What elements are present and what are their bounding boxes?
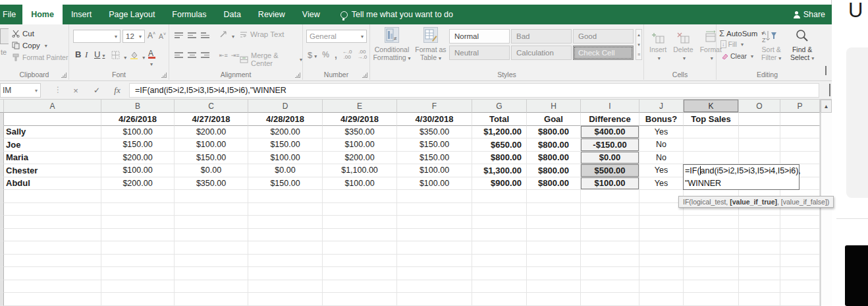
cell-F5[interactable]: $100.00 — [397, 164, 472, 177]
indent-buttons[interactable]: ⇤≡ ⇥≡ — [219, 52, 240, 59]
cell-H15[interactable] — [527, 293, 581, 306]
cell-O1[interactable] — [739, 113, 780, 126]
cell-F4[interactable]: $150.00 — [397, 152, 472, 165]
cell-H10[interactable] — [527, 229, 581, 242]
align-middle-icon[interactable] — [188, 31, 196, 40]
cell-B1[interactable]: 4/26/2018 — [101, 113, 175, 126]
cell-J15[interactable] — [639, 293, 684, 306]
cell-K11[interactable] — [684, 241, 739, 255]
cell-K15[interactable] — [684, 293, 739, 306]
cell-E2[interactable]: $350.00 — [323, 126, 397, 139]
column-header-O[interactable]: O — [739, 100, 780, 113]
cell-A7[interactable] — [4, 190, 101, 203]
scrollbar-track[interactable] — [821, 113, 832, 306]
cell-O15[interactable] — [739, 293, 780, 306]
cell-F3[interactable]: $150.00 — [397, 138, 472, 152]
cell-O10[interactable] — [739, 229, 780, 242]
clipboard-dialog-launcher[interactable] — [61, 73, 67, 78]
cell-B10[interactable] — [101, 229, 175, 242]
cell-F13[interactable] — [397, 267, 472, 280]
cell-D5[interactable]: $0.00 — [248, 164, 323, 177]
cell-K13[interactable] — [684, 267, 739, 280]
cell-J14[interactable] — [639, 280, 684, 293]
increase-decimal-button[interactable]: ←.0.00 — [342, 49, 352, 60]
fill-button[interactable]: ↓ Fill — [720, 40, 744, 48]
formula-input[interactable]: =IF(and(i5>i2,I5>i3,I5>i4,I5>i6),"WINNER — [129, 83, 819, 98]
cell-E12[interactable] — [323, 255, 397, 268]
align-left-icon[interactable] — [175, 51, 183, 59]
cell-O3[interactable] — [739, 138, 780, 152]
cell-B13[interactable] — [101, 267, 175, 280]
cut-button[interactable]: Cut — [12, 30, 34, 38]
cell-F15[interactable] — [397, 293, 472, 306]
cell-G2[interactable]: $1,200.00 — [472, 126, 527, 139]
cell-A11[interactable] — [4, 241, 101, 255]
cancel-button[interactable]: × — [68, 83, 83, 98]
cell-F6[interactable]: $100.00 — [397, 177, 472, 191]
vertical-align-buttons[interactable] — [175, 31, 209, 40]
cell-P12[interactable] — [780, 255, 820, 268]
decrease-decimal-button[interactable]: .00→.0 — [357, 49, 367, 60]
cell-D10[interactable] — [248, 229, 323, 242]
cell-E6[interactable]: $100.00 — [323, 177, 397, 191]
number-format-select[interactable]: General▾ — [306, 30, 367, 43]
cell-F10[interactable] — [397, 229, 472, 242]
cell-D13[interactable] — [248, 267, 323, 280]
cell-E13[interactable] — [323, 267, 397, 280]
cell-P9[interactable] — [780, 216, 820, 229]
cell-D7[interactable] — [248, 190, 323, 203]
find-select-button[interactable]: Find &Select — [790, 28, 814, 61]
tab-home[interactable]: Home — [22, 5, 63, 24]
cell-P2[interactable] — [780, 126, 820, 139]
cell-P4[interactable] — [780, 152, 820, 165]
cell-A15[interactable] — [4, 293, 101, 306]
column-header-P[interactable]: P — [780, 100, 820, 113]
column-header-K[interactable]: K — [684, 100, 739, 113]
cell-G7[interactable] — [472, 190, 527, 203]
cell-G1[interactable]: Total — [472, 113, 527, 126]
cell-C13[interactable] — [175, 267, 248, 280]
cell-E3[interactable]: $100.00 — [323, 138, 397, 152]
cell-B9[interactable] — [101, 216, 175, 229]
cell-O13[interactable] — [739, 267, 780, 280]
cell-E14[interactable] — [323, 280, 397, 293]
cell-style-neutral[interactable]: Neutral — [449, 46, 510, 60]
tab-review[interactable]: Review — [250, 5, 294, 24]
column-header-G[interactable]: G — [472, 100, 527, 113]
delete-cells-button[interactable]: Delete — [673, 30, 693, 61]
insert-cells-button[interactable]: Insert — [649, 30, 666, 61]
cell-C14[interactable] — [175, 280, 248, 293]
cell-H13[interactable] — [527, 267, 581, 280]
cell-A12[interactable] — [4, 255, 101, 268]
cell-style-check-cell[interactable]: Check Cell — [573, 46, 634, 60]
cell-J2[interactable]: Yes — [639, 126, 684, 139]
cell-O4[interactable] — [739, 152, 780, 165]
cell-F8[interactable] — [397, 203, 472, 216]
cell-C11[interactable] — [175, 241, 248, 255]
cell-I9[interactable] — [581, 216, 639, 229]
column-header-E[interactable]: E — [323, 100, 397, 113]
cell-I11[interactable] — [581, 241, 639, 255]
wrap-text-button[interactable]: Wrap Text — [240, 30, 284, 38]
cell-H9[interactable] — [527, 216, 581, 229]
cell-H2[interactable]: $800.00 — [527, 126, 581, 139]
cell-C7[interactable] — [175, 190, 248, 203]
cell-P11[interactable] — [780, 241, 820, 255]
styles-gallery-scroll[interactable]: ▴▾≡ — [636, 29, 642, 60]
cell-J13[interactable] — [639, 267, 684, 280]
cell-B4[interactable]: $200.00 — [101, 152, 175, 165]
merge-center-button[interactable]: Merge & Center — [240, 51, 302, 67]
decrease-indent-icon[interactable]: ⇤≡ — [219, 52, 228, 59]
align-center-icon[interactable] — [188, 51, 196, 59]
cell-G10[interactable] — [472, 229, 527, 242]
cell-B14[interactable] — [101, 280, 175, 293]
cell-C15[interactable] — [175, 293, 248, 306]
cell-I12[interactable] — [581, 255, 639, 268]
cell-J12[interactable] — [639, 255, 684, 268]
cell-K1[interactable]: Top Sales — [684, 113, 739, 126]
cell-J1[interactable]: Bonus? — [639, 113, 684, 126]
cell-A2[interactable]: Sally — [4, 126, 101, 139]
cell-F14[interactable] — [397, 280, 472, 293]
cell-A6[interactable]: Abdul — [4, 177, 101, 191]
cell-J5[interactable]: Yes — [639, 164, 684, 177]
